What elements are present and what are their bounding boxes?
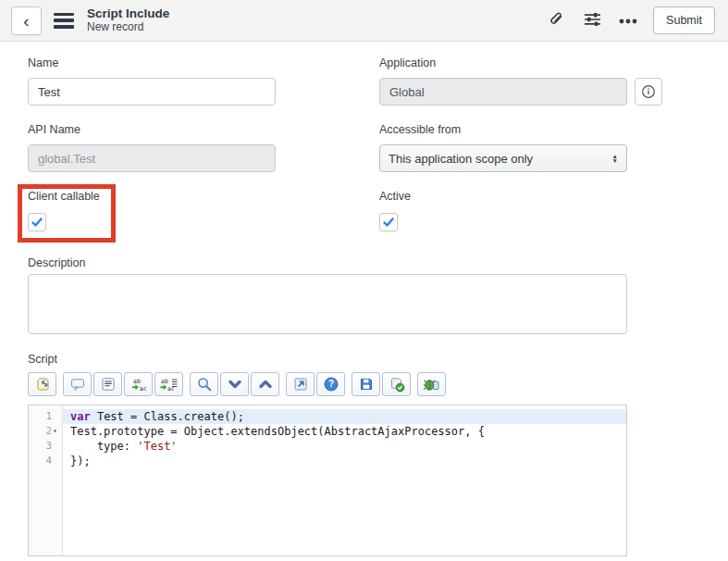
accessible-from-value: This application scope only xyxy=(389,152,533,166)
syntax-check-button[interactable] xyxy=(382,372,411,396)
checkmark-icon xyxy=(382,216,395,229)
svg-text:ab: ab xyxy=(161,378,168,385)
api-name-label: API Name xyxy=(28,123,80,136)
accessible-from-select[interactable]: This application scope only ▲▼ xyxy=(379,144,627,172)
application-label: Application xyxy=(379,56,436,69)
personalize-form-button[interactable] xyxy=(581,9,603,31)
code-line[interactable]: type: 'Test' xyxy=(63,439,626,454)
line-number: 1 xyxy=(29,409,62,424)
find-previous-button[interactable] xyxy=(251,372,279,396)
description-label: Description xyxy=(28,256,86,269)
help-icon: ? xyxy=(323,376,339,393)
script-code-editor[interactable]: 12▾34 var Test = Class.create();Test.pro… xyxy=(28,405,627,556)
description-textarea[interactable] xyxy=(28,274,627,334)
client-callable-label: Client callable xyxy=(28,190,100,203)
syntax-check-icon xyxy=(389,376,405,393)
find-next-icon xyxy=(227,376,243,393)
search-icon xyxy=(196,376,213,393)
more-options-button[interactable] xyxy=(617,9,639,31)
toolbar-group: ? xyxy=(286,372,345,397)
submit-button[interactable]: Submit xyxy=(653,6,715,34)
context-menu-icon[interactable] xyxy=(54,13,74,29)
back-button[interactable]: ‹ xyxy=(11,6,42,35)
syntax-editor-macro-button[interactable] xyxy=(28,372,56,396)
open-in-window-icon xyxy=(292,376,309,393)
client-callable-checkbox[interactable] xyxy=(28,213,46,231)
toolbar-group xyxy=(352,372,411,397)
name-label: Name xyxy=(28,56,58,69)
format-code-icon xyxy=(100,376,117,393)
replace-all-button[interactable]: abac xyxy=(154,372,183,396)
record-subtitle: New record xyxy=(87,21,169,34)
application-info-button[interactable] xyxy=(635,78,662,106)
personalize-form-icon xyxy=(583,10,602,31)
active-label: Active xyxy=(379,190,411,203)
page-title: Script Include xyxy=(87,6,169,21)
toolbar-group xyxy=(190,372,279,397)
info-icon xyxy=(641,84,656,99)
header-actions: Submit xyxy=(545,6,715,34)
name-input[interactable] xyxy=(28,78,276,106)
code-fold-icon[interactable]: ▾ xyxy=(52,424,62,439)
help-button[interactable]: ? xyxy=(316,372,345,396)
more-options-icon xyxy=(618,14,638,28)
svg-text:ac: ac xyxy=(167,385,175,393)
select-spinner-icon: ▲▼ xyxy=(612,154,618,163)
code-line[interactable]: Test.prototype = Object.extendsObject(Ab… xyxy=(63,424,626,439)
replace-button[interactable]: abac xyxy=(124,372,153,396)
api-name-input xyxy=(28,144,276,172)
code-line[interactable]: var Test = Class.create(); xyxy=(63,409,626,424)
checkmark-icon xyxy=(31,216,43,229)
title-block: Script Include New record xyxy=(87,6,169,33)
attachment-button[interactable] xyxy=(545,9,567,31)
code-line[interactable]: }); xyxy=(63,454,626,468)
back-chevron-icon: ‹ xyxy=(23,12,29,30)
toggle-comment-button[interactable] xyxy=(63,372,92,396)
svg-text:?: ? xyxy=(327,379,333,389)
find-next-button[interactable] xyxy=(220,372,249,396)
save-button[interactable] xyxy=(352,372,380,396)
script-label: Script xyxy=(28,353,57,366)
editor-gutter: 12▾34 xyxy=(29,405,63,555)
run-test-icon xyxy=(423,376,440,393)
script-include-record-page: ‹ Script Include New record Submit Name … xyxy=(0,0,728,561)
save-icon xyxy=(358,376,375,393)
toolbar-group xyxy=(28,372,56,397)
line-number: 2▾ xyxy=(29,424,62,439)
svg-text:ac: ac xyxy=(140,385,147,393)
line-number: 4 xyxy=(29,454,62,468)
open-in-window-button[interactable] xyxy=(286,372,315,396)
toolbar-group: abacabac xyxy=(63,372,183,397)
attachment-icon xyxy=(547,10,565,31)
svg-text:ab: ab xyxy=(133,378,141,385)
editor-code-area[interactable]: var Test = Class.create();Test.prototype… xyxy=(63,405,626,555)
application-input xyxy=(379,78,627,106)
syntax-editor-macro-icon xyxy=(34,376,51,393)
toolbar-group xyxy=(417,372,446,397)
find-previous-icon xyxy=(257,376,274,393)
line-number: 3 xyxy=(29,439,62,454)
replace-icon: abac xyxy=(130,376,148,393)
format-code-button[interactable] xyxy=(93,372,122,396)
accessible-from-label: Accessible from xyxy=(379,123,461,136)
run-test-button[interactable] xyxy=(417,372,446,396)
form-header: ‹ Script Include New record Submit xyxy=(0,0,728,42)
script-toolbar: abacabac? xyxy=(28,372,446,397)
search-button[interactable] xyxy=(190,372,218,396)
replace-all-icon: abac xyxy=(159,376,179,393)
active-checkbox[interactable] xyxy=(379,213,398,231)
toggle-comment-icon xyxy=(69,376,86,393)
